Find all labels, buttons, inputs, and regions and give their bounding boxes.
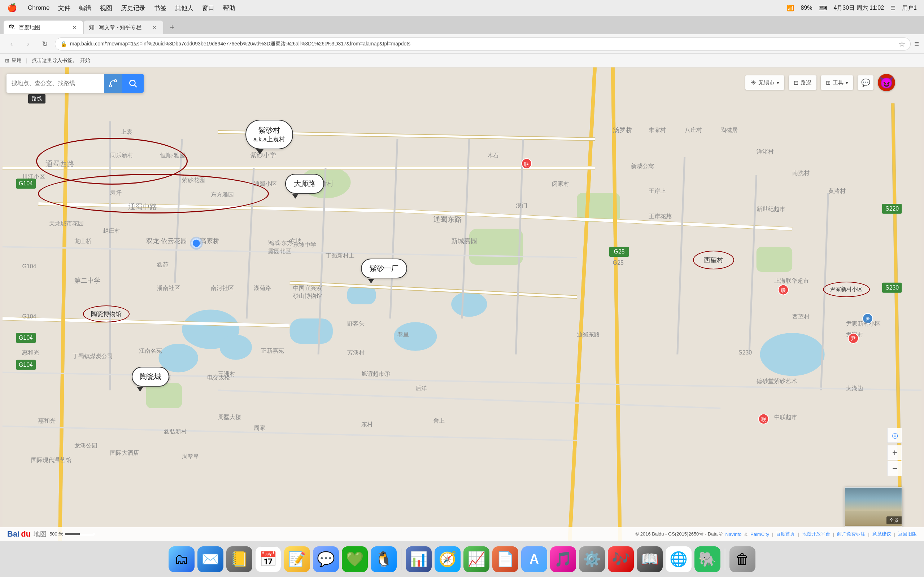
address-bar[interactable]: 🔒 map.baidu.com/?newmap=1&s=inf%26uid%3D…	[55, 37, 911, 50]
chrome-menu-button[interactable]: ≡	[914, 39, 919, 49]
chat-button[interactable]: 💬	[858, 76, 874, 90]
map-area[interactable]: 通蜀西路 通蜀中路 通蜀东路 川江小区 G104 G104 惠和光 上袁 赵庄村…	[0, 68, 924, 541]
dock-trash[interactable]: 🗑	[729, 546, 756, 572]
svg-text:龙溪公园: 龙溪公园	[74, 443, 97, 449]
tab-baidu-map[interactable]: 🗺 百度地图 ✕	[3, 21, 83, 34]
menubar-window[interactable]: 窗口	[202, 4, 215, 12]
svg-text:陶磁居: 陶磁居	[720, 127, 738, 133]
svg-text:西望村: 西望村	[792, 313, 809, 319]
map-svg: 通蜀西路 通蜀中路 通蜀东路 川江小区 G104 G104 惠和光 上袁 赵庄村…	[0, 68, 924, 541]
streetview-thumbnail[interactable]: 全景	[845, 487, 902, 527]
svg-text:后洋: 后洋	[415, 385, 427, 391]
svg-text:南洗村: 南洗村	[792, 170, 809, 176]
netease-icon: 🎶	[612, 551, 630, 567]
bookmark-import[interactable]: 点击这里导入书签。	[32, 57, 77, 64]
svg-point-2	[158, 344, 198, 372]
svg-line-154	[134, 85, 137, 87]
notification-center-icon[interactable]: ☰	[890, 5, 895, 11]
input-method-icon[interactable]: ⌨	[819, 5, 827, 11]
dock-safari[interactable]: 🧭	[435, 546, 460, 572]
wifi-icon[interactable]: 📶	[787, 5, 794, 11]
bookmark-star-icon[interactable]: ☆	[899, 40, 905, 48]
svg-text:东方雅园: 东方雅园	[211, 192, 234, 198]
dock-wechat[interactable]: 💚	[342, 546, 368, 572]
svg-text:洋渚村: 洋渚村	[756, 148, 774, 155]
svg-text:周家: 周家	[254, 425, 265, 431]
numbers-icon: 📈	[467, 551, 485, 567]
svg-text:鑫苑: 鑫苑	[157, 261, 168, 268]
contacts-icon: 📒	[230, 551, 248, 567]
menubar-file[interactable]: 文件	[58, 4, 70, 12]
dock-calendar[interactable]: 📅	[255, 546, 281, 572]
menubar-edit[interactable]: 编辑	[79, 4, 91, 12]
dock-appstore[interactable]: A	[521, 546, 547, 572]
search-button[interactable]	[122, 74, 144, 93]
bookmark-start[interactable]: 开始	[80, 57, 90, 64]
zoom-in-button[interactable]: +	[887, 445, 902, 460]
dock-contacts[interactable]: 📒	[226, 546, 252, 572]
dock-finder[interactable]: 🗂	[168, 546, 195, 572]
dock-notes[interactable]: 📝	[284, 546, 310, 572]
svg-text:八庄村: 八庄村	[685, 127, 702, 133]
svg-text:潘南社区: 潘南社区	[157, 285, 180, 291]
svg-point-153	[129, 80, 135, 85]
reload-button[interactable]: ↻	[38, 37, 51, 50]
svg-text:芳溪村: 芳溪村	[347, 350, 365, 356]
user-avatar[interactable]: 😈	[878, 74, 895, 91]
route-button[interactable]	[104, 74, 122, 93]
dock-kindle[interactable]: 📖	[637, 546, 663, 572]
menubar-chrome[interactable]: Chrome	[28, 4, 50, 11]
weather-button[interactable]: ☀ 无锡市 ▾	[745, 76, 784, 90]
svg-text:砂山博物馆: 砂山博物馆	[293, 293, 322, 299]
safari-icon: 🧭	[439, 551, 457, 567]
dock-chrome[interactable]: 🌐	[666, 546, 691, 572]
dock-pages[interactable]: 📄	[492, 546, 518, 572]
back-button[interactable]: ‹	[5, 37, 18, 50]
menubar-others[interactable]: 其他人	[175, 4, 194, 12]
chrome-window: 🗺 百度地图 ✕ 知 写文章 - 知乎专栏 ✕ + ‹ › ↻ 🔒 map.ba…	[0, 16, 924, 577]
dock-qq[interactable]: 🐧	[371, 546, 397, 572]
menubar-view[interactable]: 视图	[100, 4, 112, 12]
svg-text:通蜀西路: 通蜀西路	[45, 160, 74, 168]
svg-text:正新嘉苑: 正新嘉苑	[261, 348, 284, 354]
map-search-input[interactable]	[6, 80, 104, 87]
tab-close-zhihu[interactable]: ✕	[151, 24, 158, 31]
forward-button[interactable]: ›	[22, 37, 35, 50]
tab-zhihu[interactable]: 知 写文章 - 知乎专栏 ✕	[84, 21, 163, 34]
keynote-icon: 📊	[410, 551, 428, 567]
svg-text:G104: G104	[22, 263, 36, 269]
new-tab-button[interactable]: +	[165, 21, 179, 34]
menubar-history[interactable]: 历史记录	[121, 4, 145, 12]
dock-itunes[interactable]: 🎵	[550, 546, 576, 572]
qq-icon: 🐧	[375, 551, 393, 567]
dock-separator-2	[725, 548, 725, 570]
dock-sysprefs[interactable]: ⚙️	[579, 546, 605, 572]
svg-text:鸿威·东方: 鸿威·东方	[268, 240, 293, 246]
tools-label: 工具	[833, 79, 843, 86]
tab-close-baidu[interactable]: ✕	[71, 24, 78, 31]
dock-evernote[interactable]: 🐘	[695, 546, 720, 572]
dock-keynote[interactable]: 📊	[406, 546, 432, 572]
svg-text:木石: 木石	[487, 152, 499, 158]
dock-messages[interactable]: 💬	[313, 546, 339, 572]
dock-mail[interactable]: ✉️	[197, 546, 223, 572]
notes-icon: 📝	[288, 551, 306, 567]
mail-icon: ✉️	[201, 551, 220, 567]
zoom-out-button[interactable]: −	[887, 461, 902, 476]
dock-netease[interactable]: 🎶	[608, 546, 634, 572]
road-condition-button[interactable]: ⊟ 路况	[789, 76, 816, 90]
apple-menu[interactable]: 🍎	[7, 3, 17, 13]
locate-button[interactable]: ◎	[887, 428, 902, 443]
itunes-icon: 🎵	[554, 551, 572, 567]
apps-shortcut[interactable]: ⊞ 应用	[5, 57, 22, 64]
tools-button[interactable]: ⊞ 工具 ▾	[821, 76, 853, 90]
svg-text:联: 联	[761, 416, 766, 422]
menubar-bookmarks[interactable]: 书签	[154, 4, 166, 12]
svg-text:通蜀东路: 通蜀东路	[433, 215, 462, 223]
dock-numbers[interactable]: 📈	[464, 546, 489, 572]
menubar-help[interactable]: 帮助	[223, 4, 235, 12]
route-tooltip: 路线	[28, 94, 45, 103]
svg-text:紫砂小学: 紫砂小学	[250, 152, 276, 159]
svg-text:通蜀东路: 通蜀东路	[577, 331, 600, 338]
svg-text:双龙·依云花园: 双龙·依云花园	[146, 237, 187, 245]
